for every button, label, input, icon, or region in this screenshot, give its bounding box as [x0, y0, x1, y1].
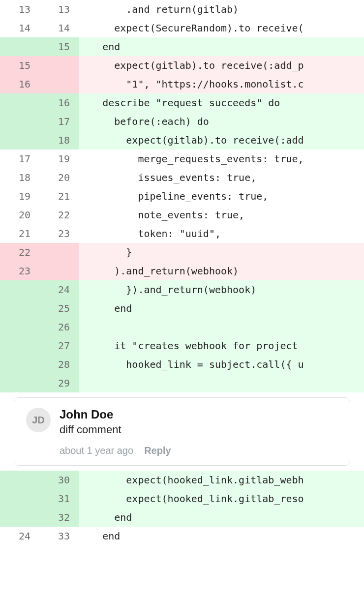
line-number-new: 18	[39, 131, 79, 150]
line-number-new: 20	[39, 168, 79, 187]
line-number-new	[39, 243, 79, 262]
line-number-new: 23	[39, 224, 79, 243]
line-number-old: 23	[0, 262, 39, 280]
diff-row[interactable]: 1313 .and_return(gitlab)	[0, 0, 364, 19]
diff-row[interactable]: 32 end	[0, 508, 364, 527]
line-number-new: 14	[39, 19, 79, 37]
diff-row[interactable]: 27 it "creates webhook for project	[0, 336, 364, 355]
line-number-new: 15	[39, 37, 79, 56]
code-cell: before(:each) do	[79, 112, 364, 131]
line-number-new: 24	[39, 280, 79, 299]
diff-row[interactable]: 15 expect(gitlab).to receive(:add_p	[0, 56, 364, 75]
line-number-new	[39, 56, 79, 75]
line-number-old: 22	[0, 243, 39, 262]
line-number-new: 17	[39, 112, 79, 131]
diff-row[interactable]: 17 before(:each) do	[0, 112, 364, 131]
diff-row[interactable]: 16 "1", "https://hooks.monolist.c	[0, 75, 364, 93]
inline-comment-container: JD John Doe diff comment about 1 year ag…	[0, 392, 364, 471]
diff-row[interactable]: 15 end	[0, 37, 364, 56]
line-number-old	[0, 489, 39, 508]
diff-row[interactable]: 28 hooked_link = subject.call({ u	[0, 355, 364, 374]
line-number-old	[0, 299, 39, 318]
diff-row[interactable]: 1719 merge_requests_events: true,	[0, 150, 364, 168]
line-number-old: 18	[0, 168, 39, 187]
line-number-new: 29	[39, 374, 79, 392]
line-number-old: 20	[0, 206, 39, 224]
diff-row[interactable]: 16 describe "request succeeds" do	[0, 93, 364, 112]
line-number-old	[0, 471, 39, 489]
line-number-new: 21	[39, 187, 79, 206]
code-cell: }).and_return(webhook)	[79, 280, 364, 299]
line-number-new: 28	[39, 355, 79, 374]
diff-row[interactable]: 22 }	[0, 243, 364, 262]
line-number-old: 13	[0, 0, 39, 19]
diff-row[interactable]: 18 expect(gitlab).to receive(:add	[0, 131, 364, 150]
diff-row[interactable]: 1921 pipeline_events: true,	[0, 187, 364, 206]
diff-row[interactable]: 2123 token: "uuid",	[0, 224, 364, 243]
line-number-old	[0, 508, 39, 527]
line-number-new: 33	[39, 527, 79, 545]
line-number-new	[39, 262, 79, 280]
line-number-new: 25	[39, 299, 79, 318]
code-cell: expect(SecureRandom).to receive(	[79, 19, 364, 37]
code-cell	[79, 374, 364, 392]
code-cell: "1", "https://hooks.monolist.c	[79, 75, 364, 93]
diff-table-top: 1313 .and_return(gitlab)1414 expect(Secu…	[0, 0, 364, 392]
line-number-old	[0, 318, 39, 336]
code-cell: expect(gitlab).to receive(:add_p	[79, 56, 364, 75]
code-cell: issues_events: true,	[79, 168, 364, 187]
diff-row[interactable]: 2433 end	[0, 527, 364, 545]
code-cell: pipeline_events: true,	[79, 187, 364, 206]
code-cell: note_events: true,	[79, 206, 364, 224]
line-number-old: 17	[0, 150, 39, 168]
code-cell: expect(hooked_link.gitlab_reso	[79, 489, 364, 508]
line-number-old	[0, 280, 39, 299]
reply-button[interactable]: Reply	[144, 445, 171, 456]
avatar: JD	[26, 408, 51, 432]
line-number-old	[0, 374, 39, 392]
line-number-new: 13	[39, 0, 79, 19]
comment-author: John Doe	[60, 408, 338, 421]
line-number-new	[39, 75, 79, 93]
line-number-new: 26	[39, 318, 79, 336]
line-number-new: 31	[39, 489, 79, 508]
comment-text: diff comment	[60, 423, 338, 436]
line-number-new: 32	[39, 508, 79, 527]
code-cell: end	[79, 299, 364, 318]
diff-row[interactable]: 30 expect(hooked_link.gitlab_webh	[0, 471, 364, 489]
diff-row[interactable]: 2022 note_events: true,	[0, 206, 364, 224]
line-number-old: 21	[0, 224, 39, 243]
line-number-old: 19	[0, 187, 39, 206]
line-number-old	[0, 131, 39, 150]
diff-row[interactable]: 1820 issues_events: true,	[0, 168, 364, 187]
line-number-new: 19	[39, 150, 79, 168]
line-number-new: 30	[39, 471, 79, 489]
comment-body: John Doe diff comment about 1 year ago R…	[60, 408, 338, 456]
code-cell: it "creates webhook for project	[79, 336, 364, 355]
line-number-old: 15	[0, 56, 39, 75]
code-cell: .and_return(gitlab)	[79, 0, 364, 19]
line-number-old	[0, 93, 39, 112]
code-cell: }	[79, 243, 364, 262]
line-number-new: 27	[39, 336, 79, 355]
line-number-new: 16	[39, 93, 79, 112]
diff-row[interactable]: 26	[0, 318, 364, 336]
code-cell	[79, 318, 364, 336]
code-cell: ).and_return(webhook)	[79, 262, 364, 280]
diff-row[interactable]: 23 ).and_return(webhook)	[0, 262, 364, 280]
line-number-old	[0, 37, 39, 56]
code-cell: merge_requests_events: true,	[79, 150, 364, 168]
code-cell: end	[79, 37, 364, 56]
diff-row[interactable]: 25 end	[0, 299, 364, 318]
diff-row[interactable]: 29	[0, 374, 364, 392]
line-number-old: 16	[0, 75, 39, 93]
diff-row[interactable]: 24 }).and_return(webhook)	[0, 280, 364, 299]
diff-table-bottom: 30 expect(hooked_link.gitlab_webh31 expe…	[0, 471, 364, 545]
diff-row[interactable]: 1414 expect(SecureRandom).to receive(	[0, 19, 364, 37]
diff-row[interactable]: 31 expect(hooked_link.gitlab_reso	[0, 489, 364, 508]
comment-timestamp: about 1 year ago	[60, 445, 133, 456]
line-number-new: 22	[39, 206, 79, 224]
line-number-old: 14	[0, 19, 39, 37]
code-cell: token: "uuid",	[79, 224, 364, 243]
code-cell: end	[79, 527, 364, 545]
